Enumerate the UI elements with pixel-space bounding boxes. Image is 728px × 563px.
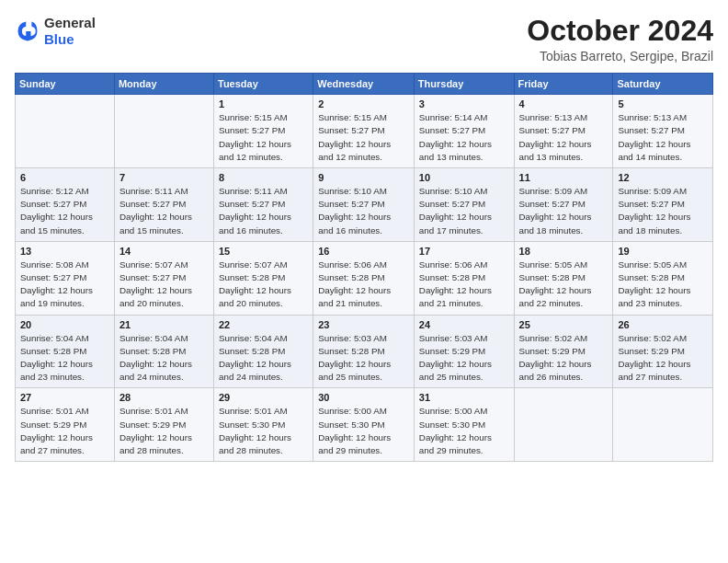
day-info: Sunrise: 5:08 AMSunset: 5:27 PMDaylight:… (20, 259, 109, 311)
calendar-week-row: 6Sunrise: 5:12 AMSunset: 5:27 PMDaylight… (16, 168, 713, 242)
day-info: Sunrise: 5:02 AMSunset: 5:29 PMDaylight:… (618, 332, 708, 385)
calendar-cell: 12Sunrise: 5:09 AMSunset: 5:27 PMDayligh… (613, 168, 713, 242)
day-info: Sunrise: 5:07 AMSunset: 5:28 PMDaylight:… (219, 259, 308, 311)
day-number: 10 (419, 172, 509, 183)
calendar-body: 1Sunrise: 5:15 AMSunset: 5:27 PMDaylight… (16, 95, 713, 462)
logo-general: General (44, 15, 96, 30)
day-info: Sunrise: 5:06 AMSunset: 5:28 PMDaylight:… (419, 259, 509, 311)
day-number: 19 (618, 246, 708, 257)
calendar-cell: 23Sunrise: 5:03 AMSunset: 5:28 PMDayligh… (313, 315, 415, 388)
day-info: Sunrise: 5:15 AMSunset: 5:27 PMDaylight:… (318, 111, 409, 164)
calendar-cell: 24Sunrise: 5:03 AMSunset: 5:29 PMDayligh… (414, 315, 514, 388)
calendar-cell: 25Sunrise: 5:02 AMSunset: 5:29 PMDayligh… (514, 315, 613, 388)
day-number: 22 (219, 319, 308, 330)
calendar-cell: 22Sunrise: 5:04 AMSunset: 5:28 PMDayligh… (214, 315, 313, 388)
calendar-cell: 17Sunrise: 5:06 AMSunset: 5:28 PMDayligh… (414, 241, 514, 315)
day-number: 6 (20, 172, 109, 183)
day-number: 11 (519, 172, 609, 183)
calendar-week-row: 27Sunrise: 5:01 AMSunset: 5:29 PMDayligh… (16, 388, 713, 462)
day-info: Sunrise: 5:04 AMSunset: 5:28 PMDaylight:… (119, 332, 209, 385)
calendar-cell: 29Sunrise: 5:01 AMSunset: 5:30 PMDayligh… (214, 388, 313, 462)
day-info: Sunrise: 5:12 AMSunset: 5:27 PMDaylight:… (20, 185, 109, 237)
day-info: Sunrise: 5:01 AMSunset: 5:30 PMDaylight:… (219, 405, 308, 457)
calendar-cell: 20Sunrise: 5:04 AMSunset: 5:28 PMDayligh… (16, 315, 115, 388)
day-number: 31 (419, 392, 509, 403)
calendar-cell: 3Sunrise: 5:14 AMSunset: 5:27 PMDaylight… (414, 95, 514, 168)
weekday-header: Saturday (613, 74, 713, 95)
calendar-week-row: 13Sunrise: 5:08 AMSunset: 5:27 PMDayligh… (16, 241, 713, 315)
day-number: 14 (119, 246, 209, 257)
day-info: Sunrise: 5:04 AMSunset: 5:28 PMDaylight:… (219, 332, 308, 385)
calendar: SundayMondayTuesdayWednesdayThursdayFrid… (15, 73, 713, 462)
logo: General Blue (15, 15, 96, 48)
logo-blue-text: Blue (44, 31, 74, 47)
day-number: 21 (119, 319, 209, 330)
day-number: 25 (519, 319, 609, 330)
day-number: 7 (119, 172, 209, 183)
day-number: 30 (318, 392, 409, 403)
calendar-cell: 13Sunrise: 5:08 AMSunset: 5:27 PMDayligh… (16, 241, 115, 315)
calendar-cell: 18Sunrise: 5:05 AMSunset: 5:28 PMDayligh… (514, 241, 613, 315)
calendar-cell: 15Sunrise: 5:07 AMSunset: 5:28 PMDayligh… (214, 241, 313, 315)
day-info: Sunrise: 5:02 AMSunset: 5:29 PMDaylight:… (519, 332, 609, 385)
day-info: Sunrise: 5:07 AMSunset: 5:27 PMDaylight:… (119, 259, 209, 311)
calendar-cell: 26Sunrise: 5:02 AMSunset: 5:29 PMDayligh… (613, 315, 713, 388)
day-number: 5 (618, 98, 708, 109)
day-number: 8 (219, 172, 308, 183)
calendar-cell (114, 95, 213, 168)
day-info: Sunrise: 5:11 AMSunset: 5:27 PMDaylight:… (219, 185, 308, 237)
day-info: Sunrise: 5:10 AMSunset: 5:27 PMDaylight:… (419, 185, 509, 237)
day-number: 3 (419, 98, 509, 109)
weekday-header: Sunday (16, 74, 115, 95)
title-block: October 2024 Tobias Barreto, Sergipe, Br… (527, 15, 713, 63)
day-info: Sunrise: 5:04 AMSunset: 5:28 PMDaylight:… (20, 332, 109, 385)
month-title: October 2024 (527, 15, 713, 47)
day-info: Sunrise: 5:05 AMSunset: 5:28 PMDaylight:… (618, 259, 708, 311)
day-number: 29 (219, 392, 308, 403)
calendar-cell (16, 95, 115, 168)
day-number: 2 (318, 98, 409, 109)
calendar-cell: 2Sunrise: 5:15 AMSunset: 5:27 PMDaylight… (313, 95, 415, 168)
calendar-cell: 6Sunrise: 5:12 AMSunset: 5:27 PMDaylight… (16, 168, 115, 242)
day-number: 17 (419, 246, 509, 257)
header: General Blue October 2024 Tobias Barreto… (15, 15, 713, 63)
calendar-week-row: 20Sunrise: 5:04 AMSunset: 5:28 PMDayligh… (16, 315, 713, 388)
calendar-cell: 30Sunrise: 5:00 AMSunset: 5:30 PMDayligh… (313, 388, 415, 462)
day-number: 28 (119, 392, 209, 403)
day-info: Sunrise: 5:01 AMSunset: 5:29 PMDaylight:… (20, 405, 109, 457)
day-number: 15 (219, 246, 308, 257)
calendar-cell: 5Sunrise: 5:13 AMSunset: 5:27 PMDaylight… (613, 95, 713, 168)
weekday-header: Monday (114, 74, 213, 95)
day-number: 20 (20, 319, 109, 330)
calendar-cell: 28Sunrise: 5:01 AMSunset: 5:29 PMDayligh… (114, 388, 213, 462)
day-info: Sunrise: 5:03 AMSunset: 5:29 PMDaylight:… (419, 332, 509, 385)
calendar-cell (613, 388, 713, 462)
calendar-cell: 4Sunrise: 5:13 AMSunset: 5:27 PMDaylight… (514, 95, 613, 168)
day-info: Sunrise: 5:13 AMSunset: 5:27 PMDaylight:… (618, 111, 708, 164)
day-info: Sunrise: 5:15 AMSunset: 5:27 PMDaylight:… (219, 111, 308, 164)
day-info: Sunrise: 5:10 AMSunset: 5:27 PMDaylight:… (318, 185, 409, 237)
calendar-cell: 1Sunrise: 5:15 AMSunset: 5:27 PMDaylight… (214, 95, 313, 168)
day-number: 4 (519, 98, 609, 109)
day-number: 24 (419, 319, 509, 330)
weekday-header: Thursday (414, 74, 514, 95)
day-number: 18 (519, 246, 609, 257)
calendar-cell: 21Sunrise: 5:04 AMSunset: 5:28 PMDayligh… (114, 315, 213, 388)
day-number: 27 (20, 392, 109, 403)
day-info: Sunrise: 5:00 AMSunset: 5:30 PMDaylight:… (419, 405, 509, 457)
day-info: Sunrise: 5:13 AMSunset: 5:27 PMDaylight:… (519, 111, 609, 164)
day-number: 1 (219, 98, 308, 109)
calendar-header: SundayMondayTuesdayWednesdayThursdayFrid… (16, 74, 713, 95)
day-info: Sunrise: 5:05 AMSunset: 5:28 PMDaylight:… (519, 259, 609, 311)
calendar-cell: 10Sunrise: 5:10 AMSunset: 5:27 PMDayligh… (414, 168, 514, 242)
day-info: Sunrise: 5:00 AMSunset: 5:30 PMDaylight:… (318, 405, 409, 457)
logo-text: General Blue (44, 15, 96, 48)
logo-icon (15, 18, 40, 44)
day-info: Sunrise: 5:01 AMSunset: 5:29 PMDaylight:… (119, 405, 209, 457)
day-number: 26 (618, 319, 708, 330)
calendar-cell: 11Sunrise: 5:09 AMSunset: 5:27 PMDayligh… (514, 168, 613, 242)
calendar-week-row: 1Sunrise: 5:15 AMSunset: 5:27 PMDaylight… (16, 95, 713, 168)
calendar-cell: 27Sunrise: 5:01 AMSunset: 5:29 PMDayligh… (16, 388, 115, 462)
day-number: 13 (20, 246, 109, 257)
calendar-cell: 14Sunrise: 5:07 AMSunset: 5:27 PMDayligh… (114, 241, 213, 315)
